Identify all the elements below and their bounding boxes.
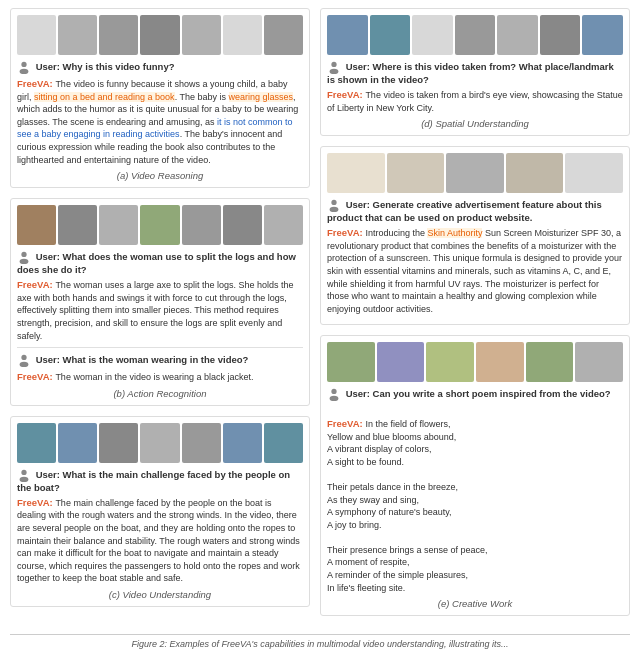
ar-freeva-text-2: The woman in the video is wearing a blac… xyxy=(55,372,253,382)
su-thumb-7 xyxy=(582,15,623,55)
cw-thumb-6 xyxy=(575,342,623,382)
cw-freeva-label: FreeVA: xyxy=(327,418,365,429)
ca-user-label: User: Generate creative advertisement fe… xyxy=(327,199,602,223)
user-icon-ar1 xyxy=(17,250,31,264)
video-reasoning-section: User: Why is this video funny? FreeVA: T… xyxy=(10,8,310,188)
cw-thumb-2 xyxy=(377,342,425,382)
vr-section-label: (a) Video Reasoning xyxy=(17,170,303,181)
svg-point-2 xyxy=(21,252,26,257)
cw-section-label: (e) Creative Work xyxy=(327,598,623,609)
ar-section-label: (b) Action Recognition xyxy=(17,388,303,399)
cw-thumb-1 xyxy=(327,342,375,382)
ca-thumbnails xyxy=(327,153,623,193)
page: User: Why is this video funny? FreeVA: T… xyxy=(0,0,640,655)
page-caption: Figure 2: Examples of FreeVA's capabilit… xyxy=(10,634,630,649)
user-icon-ar2 xyxy=(17,353,31,367)
ca-freeva-row: FreeVA: Introducing the Skin Authority S… xyxy=(327,226,623,315)
ar-user-label-1: User: What does the woman use to split t… xyxy=(17,251,296,275)
svg-point-5 xyxy=(20,362,29,367)
left-column: User: Why is this video funny? FreeVA: T… xyxy=(10,8,310,626)
vu-user-row: User: What is the main challenge faced b… xyxy=(17,468,303,493)
cw-user-label: User: Can you write a short poem inspire… xyxy=(346,388,611,399)
svg-point-12 xyxy=(331,389,336,394)
ar-divider xyxy=(17,347,303,348)
ar-thumb-6 xyxy=(223,205,262,245)
cw-freeva-text: In the field of flowers, Yellow and blue… xyxy=(327,419,488,593)
user-icon-su xyxy=(327,60,341,74)
ca-user-row: User: Generate creative advertisement fe… xyxy=(327,198,623,223)
svg-point-10 xyxy=(331,200,336,205)
thumb-5 xyxy=(182,15,221,55)
vu-thumb-1 xyxy=(17,423,56,463)
su-section-label: (d) Spatial Understanding xyxy=(327,118,623,129)
su-freeva-label: FreeVA: xyxy=(327,89,365,100)
vu-freeva-label: FreeVA: xyxy=(17,497,55,508)
vu-freeva-text: The main challenge faced by the people o… xyxy=(17,498,300,584)
thumb-6 xyxy=(223,15,262,55)
vr-user-label: User: Why is this video funny? xyxy=(36,61,175,72)
thumb-4 xyxy=(140,15,179,55)
video-reasoning-thumbnails xyxy=(17,15,303,55)
user-icon-vr xyxy=(17,60,31,74)
cw-thumb-5 xyxy=(526,342,574,382)
su-thumb-5 xyxy=(497,15,538,55)
ca-thumb-4 xyxy=(506,153,564,193)
user-icon-ca xyxy=(327,198,341,212)
ca-highlight: Skin Authority xyxy=(427,228,482,238)
su-thumb-6 xyxy=(540,15,581,55)
thumb-7 xyxy=(264,15,303,55)
vr-highlight-3: it is not common to see a baby engaging … xyxy=(17,117,293,140)
svg-point-8 xyxy=(331,62,336,67)
vr-freeva-row: FreeVA: The video is funny because it sh… xyxy=(17,77,303,166)
vu-thumb-4 xyxy=(140,423,179,463)
right-column: User: Where is this video taken from? Wh… xyxy=(320,8,630,626)
ar-freeva-label-2: FreeVA: xyxy=(17,371,55,382)
cw-thumbnails xyxy=(327,342,623,382)
thumb-1 xyxy=(17,15,56,55)
user-icon-vu xyxy=(17,468,31,482)
su-user-label: User: Where is this video taken from? Wh… xyxy=(327,61,614,85)
su-thumb-1 xyxy=(327,15,368,55)
ca-freeva-label: FreeVA: xyxy=(327,227,365,238)
creative-work-section: User: Can you write a short poem inspire… xyxy=(320,335,630,616)
ca-thumb-5 xyxy=(565,153,623,193)
vr-freeva-label: FreeVA: xyxy=(17,78,55,89)
su-thumb-3 xyxy=(412,15,453,55)
svg-point-6 xyxy=(21,469,26,474)
spatial-understanding-section: User: Where is this video taken from? Wh… xyxy=(320,8,630,136)
vu-thumb-6 xyxy=(223,423,262,463)
vu-thumb-2 xyxy=(58,423,97,463)
vu-thumb-5 xyxy=(182,423,221,463)
vu-thumb-3 xyxy=(99,423,138,463)
su-thumb-4 xyxy=(455,15,496,55)
su-thumb-2 xyxy=(370,15,411,55)
action-recognition-section: User: What does the woman use to split t… xyxy=(10,198,310,406)
ar-user-row-1: User: What does the woman use to split t… xyxy=(17,250,303,275)
vr-highlight-2: wearing glasses xyxy=(229,92,294,102)
ar-freeva-row-2: FreeVA: The woman in the video is wearin… xyxy=(17,370,303,384)
vu-freeva-row: FreeVA: The main challenge faced by the … xyxy=(17,496,303,585)
thumb-2 xyxy=(58,15,97,55)
cw-thumb-3 xyxy=(426,342,474,382)
ar-thumb-2 xyxy=(58,205,97,245)
svg-point-1 xyxy=(20,69,29,74)
su-user-row: User: Where is this video taken from? Wh… xyxy=(327,60,623,85)
ar-freeva-row-1: FreeVA: The woman uses a large axe to sp… xyxy=(17,278,303,342)
ar-thumb-7 xyxy=(264,205,303,245)
vu-section-label: (c) Video Understanding xyxy=(17,589,303,600)
ar-thumb-4 xyxy=(140,205,179,245)
vu-thumb-7 xyxy=(264,423,303,463)
su-freeva-row: FreeVA: The video is taken from a bird's… xyxy=(327,88,623,114)
ar-freeva-text-1: The woman uses a large axe to split the … xyxy=(17,280,294,340)
cw-freeva-row: FreeVA: In the field of flowers, Yellow … xyxy=(327,404,623,594)
thumb-3 xyxy=(99,15,138,55)
ar-freeva-label-1: FreeVA: xyxy=(17,279,55,290)
creative-ad-section: User: Generate creative advertisement fe… xyxy=(320,146,630,325)
video-understanding-section: User: What is the main challenge faced b… xyxy=(10,416,310,607)
ca-thumb-1 xyxy=(327,153,385,193)
svg-point-0 xyxy=(21,62,26,67)
ar-thumb-3 xyxy=(99,205,138,245)
ar-thumbnails xyxy=(17,205,303,245)
cw-thumb-4 xyxy=(476,342,524,382)
ca-thumb-3 xyxy=(446,153,504,193)
